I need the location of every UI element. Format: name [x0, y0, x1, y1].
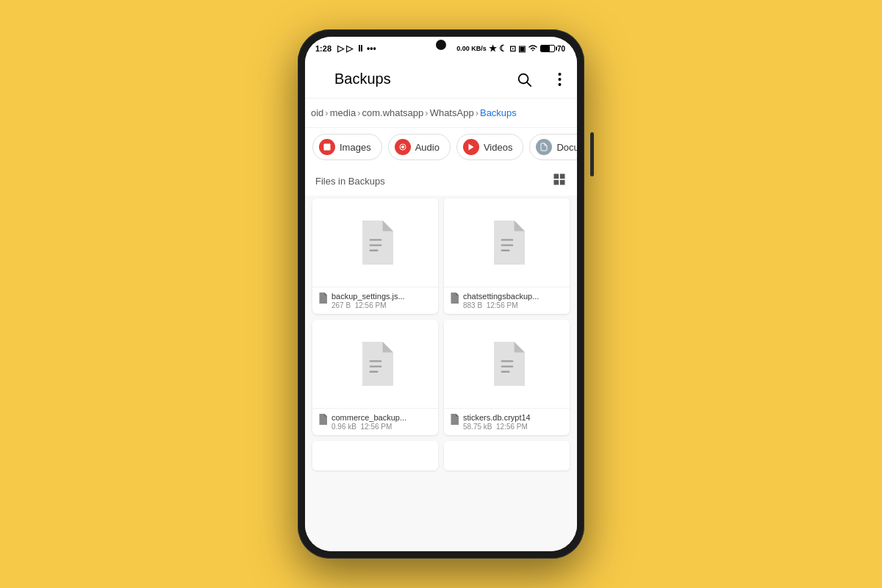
file-meta-3: stickers.db.crypt14 58.75 kB 12:56 PM	[463, 413, 564, 431]
signal-icon: ▣	[518, 44, 526, 54]
chip-images[interactable]: Images	[312, 134, 382, 160]
file-preview-3	[444, 320, 570, 408]
svg-marker-9	[468, 144, 473, 151]
file-type-icon-0	[318, 293, 327, 306]
status-time: 1:28 ▷ ▷ ⏸ •••	[315, 43, 376, 54]
breadcrumb-item-com-whatsapp[interactable]: com.whatsapp	[362, 107, 423, 118]
file-meta-2: commerce_backup... 0.96 kB 12:56 PM	[331, 413, 432, 431]
more-options-button[interactable]	[545, 65, 574, 94]
file-row-3	[312, 441, 570, 470]
svg-rect-11	[560, 173, 565, 179]
file-details-3: 58.75 kB 12:56 PM	[463, 423, 564, 431]
file-card-5[interactable]	[444, 441, 570, 470]
svg-rect-13	[560, 179, 565, 184]
chip-audio-label: Audio	[415, 142, 440, 153]
svg-point-2	[558, 73, 561, 76]
svg-point-8	[401, 146, 404, 148]
network-speed: 0.00 KB/s	[456, 46, 487, 52]
phone-frame: 1:28 ▷ ▷ ⏸ ••• 0.00 KB/s ★ ☾ ⊡ ▣	[298, 29, 584, 559]
files-count-label: Files in Backups	[315, 176, 385, 187]
svg-line-1	[527, 82, 531, 86]
file-type-icon-3	[450, 414, 459, 427]
file-card-1[interactable]: chatsettingsbackup... 883 B 12:56 PM	[444, 198, 570, 314]
file-info-3: stickers.db.crypt14 58.75 kB 12:56 PM	[444, 408, 570, 435]
breadcrumb-sep-1: ›	[325, 107, 328, 118]
app-bar: Backups	[305, 60, 577, 98]
file-row-2: commerce_backup... 0.96 kB 12:56 PM	[312, 320, 570, 435]
file-preview-1	[444, 198, 570, 287]
svg-point-3	[558, 78, 561, 81]
breadcrumb-item-media[interactable]: media	[330, 107, 356, 118]
chip-images-label: Images	[340, 142, 371, 153]
status-icons: 0.00 KB/s ★ ☾ ⊡ ▣ 70	[456, 43, 565, 54]
breadcrumb: oid › media › com.whatsapp › WhatsApp › …	[305, 98, 577, 128]
phone-screen: 1:28 ▷ ▷ ⏸ ••• 0.00 KB/s ★ ☾ ⊡ ▣	[305, 37, 577, 551]
file-type-icon-2	[318, 414, 327, 427]
file-details-2: 0.96 kB 12:56 PM	[331, 423, 432, 431]
file-info-1: chatsettingsbackup... 883 B 12:56 PM	[444, 287, 570, 314]
file-details-1: 883 B 12:56 PM	[463, 301, 564, 309]
file-type-icon-1	[450, 293, 459, 306]
file-preview-4	[312, 441, 438, 470]
battery-icon	[540, 45, 555, 52]
file-name-3: stickers.db.crypt14	[463, 413, 564, 422]
breadcrumb-item-backups[interactable]: Backups	[480, 107, 517, 118]
filter-chips: Images Audio Videos Documen...	[305, 128, 577, 166]
battery-percent: 70	[557, 45, 565, 53]
view-toggle-button[interactable]	[552, 172, 567, 190]
file-details-0: 267 B 12:56 PM	[331, 301, 432, 309]
file-info-2: commerce_backup... 0.96 kB 12:56 PM	[312, 408, 438, 435]
file-doc-icon-1	[490, 220, 525, 265]
file-preview-0	[312, 198, 438, 287]
docs-icon	[536, 139, 552, 155]
chip-docs[interactable]: Documen...	[529, 134, 577, 160]
file-doc-icon-3	[490, 342, 525, 386]
breadcrumb-item-android[interactable]: oid	[311, 107, 323, 118]
page-title: Backups	[331, 71, 503, 87]
file-info-0: backup_settings.js... 267 B 12:56 PM	[312, 287, 438, 314]
chip-videos[interactable]: Videos	[456, 134, 524, 160]
breadcrumb-item-whatsapp[interactable]: WhatsApp	[430, 107, 474, 118]
menu-button[interactable]	[311, 65, 326, 94]
wifi-icon	[528, 44, 538, 53]
breadcrumb-sep-3: ›	[425, 107, 428, 118]
file-preview-2	[312, 320, 438, 408]
file-card-4[interactable]	[312, 441, 438, 470]
files-header: Files in Backups	[305, 166, 577, 196]
file-name-1: chatsettingsbackup...	[463, 292, 564, 301]
breadcrumb-sep-4: ›	[476, 107, 478, 118]
file-name-2: commerce_backup...	[331, 413, 432, 422]
file-card-2[interactable]: commerce_backup... 0.96 kB 12:56 PM	[312, 320, 438, 435]
chip-docs-label: Documen...	[556, 142, 577, 153]
file-name-0: backup_settings.js...	[331, 292, 432, 301]
moon-icon: ☾	[499, 43, 507, 54]
file-doc-icon-0	[358, 220, 393, 265]
videos-icon	[463, 139, 479, 155]
svg-rect-10	[554, 173, 559, 179]
front-camera	[436, 40, 446, 50]
power-button	[590, 132, 594, 176]
search-button[interactable]	[509, 65, 539, 94]
file-meta-1: chatsettingsbackup... 883 B 12:56 PM	[463, 292, 564, 309]
file-grid: backup_settings.js... 267 B 12:56 PM	[305, 196, 577, 551]
svg-point-6	[326, 146, 327, 147]
file-preview-5	[444, 441, 570, 470]
file-row-1: backup_settings.js... 267 B 12:56 PM	[312, 198, 570, 314]
file-meta-0: backup_settings.js... 267 B 12:56 PM	[331, 292, 432, 309]
chip-audio[interactable]: Audio	[388, 134, 451, 160]
audio-icon	[395, 139, 411, 155]
battery-saver-icon: ⊡	[509, 44, 516, 54]
images-icon	[319, 139, 335, 155]
file-card-0[interactable]: backup_settings.js... 267 B 12:56 PM	[312, 198, 438, 314]
chip-videos-label: Videos	[484, 142, 513, 153]
breadcrumb-sep-2: ›	[357, 107, 360, 118]
svg-rect-12	[554, 179, 559, 184]
bluetooth-icon: ★	[489, 43, 497, 54]
svg-point-4	[558, 83, 561, 86]
file-card-3[interactable]: stickers.db.crypt14 58.75 kB 12:56 PM	[444, 320, 570, 435]
file-doc-icon-2	[358, 342, 393, 386]
